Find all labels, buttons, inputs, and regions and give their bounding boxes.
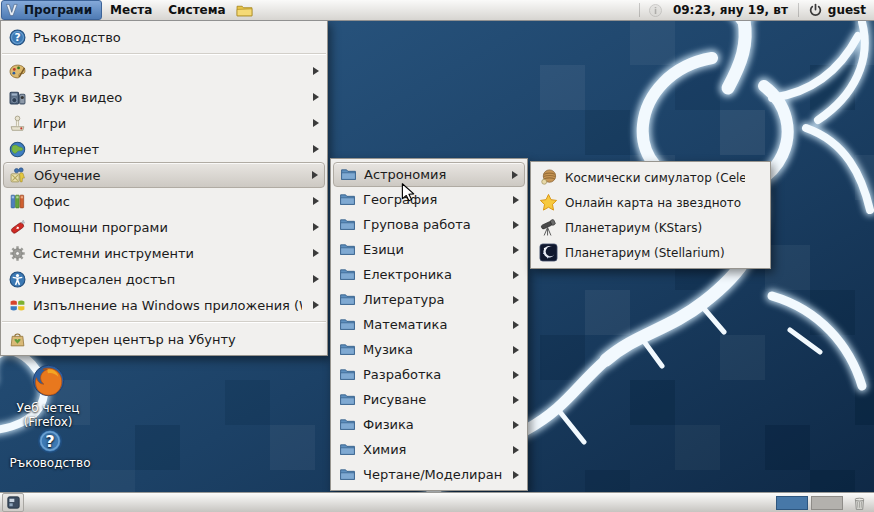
universal-access-icon [9,271,26,288]
submenu-arrow-icon [313,145,319,153]
sound-video-icon [9,89,26,106]
menu-item[interactable]: Планетариум (Stellarium) [531,240,770,265]
menu-item[interactable]: География [331,187,527,212]
folder-icon [339,366,356,383]
folder-icon [339,291,356,308]
applications-menu-button[interactable]: Програми [1,0,102,20]
menu-item[interactable]: Обучение [3,162,325,188]
help-icon: ? [2,428,98,454]
desktop-screen: Програми Места Система i 09:23, яну 19, … [0,0,874,512]
open-folder-icon[interactable] [236,3,253,18]
system-tools-icon [9,245,26,262]
menu-item[interactable]: Помощни програми [1,214,327,240]
system-tray: i 09:23, яну 19, вт guest [543,0,874,20]
folder-icon [340,166,357,183]
menu-item[interactable]: Рисуване [331,387,527,412]
menu-item[interactable]: Космически симулатор (Celestia) [531,165,770,190]
submenu-arrow-icon [513,446,519,454]
applications-menu-label: Програми [24,3,92,17]
menu-item[interactable]: Литература [331,287,527,312]
desktop-icon-firefox[interactable]: Уеб четец (Firefox) [0,362,96,429]
trash-icon[interactable] [851,495,868,511]
menu-item[interactable]: Офис [1,188,327,214]
menu-item[interactable]: Чертане/Моделиране [331,462,527,487]
menu-item[interactable]: Музика [331,337,527,362]
education-submenu: Астрономия География Групова работа Езиц… [330,158,528,491]
session-user-button[interactable]: guest [803,3,874,18]
panel-menu-button[interactable]: Места [102,0,160,20]
submenu-arrow-icon [313,93,319,101]
celestia-icon [539,168,558,187]
folder-icon [339,341,356,358]
folder-icon [339,391,356,408]
distro-logo-icon [4,2,21,18]
menu-item[interactable]: Групова работа [331,212,527,237]
desktop-icon-help[interactable]: ? Ръководство [2,428,98,470]
wine-icon [9,297,26,314]
menu-item[interactable]: Химия [331,437,527,462]
desktop-icon-label: (Firefox) [0,415,96,429]
menu-separator [2,53,326,55]
menu-item[interactable]: Игри [1,110,327,136]
submenu-arrow-icon [513,421,519,429]
bottom-panel [0,492,874,512]
menu-item[interactable]: Планетариум (KStars) [531,215,770,240]
firefox-icon [0,362,96,399]
menu-item[interactable]: ? Ръководство [1,24,327,50]
submenu-arrow-icon [513,471,519,479]
menu-item[interactable]: Езици [331,237,527,262]
menu-item[interactable]: Астрономия [333,162,525,187]
clock[interactable]: 09:23, яну 19, вт [667,3,794,17]
submenu-arrow-icon [313,119,319,127]
desktop-icon-label: Уеб четец [0,401,96,415]
submenu-arrow-icon [513,271,519,279]
stellarium-icon [539,243,558,262]
menu-item[interactable]: Универсален достъп [1,266,327,292]
menu-item[interactable]: Графика [1,58,327,84]
workspace-2[interactable] [811,496,843,510]
menu-item[interactable]: Изпълнение на Windows приложения (Wine) [1,292,327,318]
graphics-icon [9,63,26,80]
internet-icon [9,141,26,158]
menu-item[interactable]: Системни инструменти [1,240,327,266]
submenu-arrow-icon [513,296,519,304]
show-desktop-button[interactable] [2,493,24,512]
info-icon[interactable]: i [647,3,664,18]
submenu-arrow-icon [313,67,319,75]
panel-menu-button[interactable]: Система [160,0,233,20]
menu-item[interactable]: Електроника [331,262,527,287]
submenu-arrow-icon [513,371,519,379]
submenu-arrow-icon [313,223,319,231]
menu-item[interactable]: Математика [331,312,527,337]
workspace-1[interactable] [776,496,808,510]
menu-item[interactable]: Разработка [331,362,527,387]
folder-icon [339,441,356,458]
tray-separator [798,3,799,17]
submenu-arrow-icon [313,301,319,309]
menu-item[interactable]: Звук и видео [1,84,327,110]
submenu-arrow-icon [313,249,319,257]
accessories-icon [9,219,26,236]
submenu-arrow-icon [513,346,519,354]
power-icon [807,3,824,18]
games-icon [9,115,26,132]
menu-item[interactable]: Физика [331,412,527,437]
top-panel: Програми Места Система i 09:23, яну 19, … [0,0,874,21]
folder-icon [339,216,356,233]
submenu-arrow-icon [513,246,519,254]
folder-icon [339,466,356,483]
submenu-arrow-icon [513,196,519,204]
menu-item[interactable]: Интернет [1,136,327,162]
star-icon [539,193,558,212]
menu-separator [2,321,326,323]
menu-item[interactable]: Онлайн карта на звездното небе [531,190,770,215]
submenu-arrow-icon [313,275,319,283]
education-icon [10,167,27,184]
svg-text:i: i [654,5,657,15]
tray-separator [639,3,640,17]
folder-icon [339,241,356,258]
folder-icon [339,416,356,433]
svg-text:?: ? [45,432,54,451]
folder-icon [339,316,356,333]
menu-item[interactable]: Софтуерен център на Убунту [1,326,327,352]
